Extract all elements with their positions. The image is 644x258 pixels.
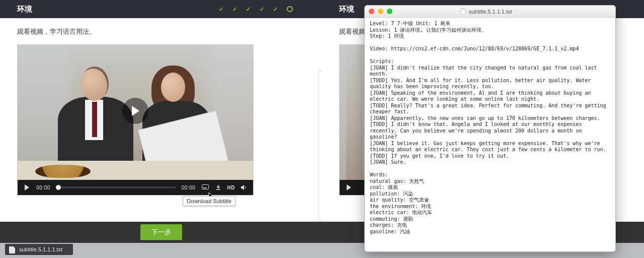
lesson-title: 环境 <box>339 5 354 14</box>
video-controls: 00:00 00:00 HD <box>18 180 253 195</box>
lesson-title: 环境 <box>17 5 32 14</box>
svg-rect-0 <box>202 185 208 189</box>
chevron-down-icon[interactable]: ﹀ <box>515 8 519 15</box>
window-controls <box>369 9 392 14</box>
play-button[interactable] <box>122 98 148 124</box>
editor-titlebar[interactable]: subtitle.5.1.1.1.txt ﹀ <box>365 6 615 18</box>
editor-content[interactable]: Level: 7 7-中级 Unit: 1 将来 Lesson: 1 谈论环境,… <box>365 18 615 251</box>
duration: 00:00 <box>181 185 196 190</box>
play-icon <box>346 184 351 190</box>
seek-bar[interactable] <box>56 186 176 188</box>
close-button[interactable] <box>369 9 374 14</box>
quality-button[interactable]: HD <box>227 185 235 190</box>
play-small-button[interactable] <box>345 183 353 191</box>
next-button[interactable]: 下一步 <box>140 224 182 240</box>
file-icon <box>9 246 15 253</box>
step-tick-icon: ✓ <box>246 6 251 13</box>
video-player[interactable]: 00:00 00:00 HD Do <box>17 44 254 196</box>
step-current-icon <box>287 6 293 12</box>
video-figure <box>133 61 219 177</box>
zoom-button[interactable] <box>387 9 392 14</box>
subtitle-button[interactable] <box>201 183 209 191</box>
volume-button[interactable] <box>240 183 248 191</box>
step-tick-icon: ✓ <box>232 6 237 13</box>
lesson-topbar: 环境 ✓ ✓ ✓ ✓ ✓ <box>0 0 322 18</box>
play-small-button[interactable] <box>23 183 31 191</box>
download-chip[interactable]: subtitle.5.1.1.1.txt <box>5 244 73 255</box>
step-tick-icon: ✓ <box>260 6 264 13</box>
step-tick-icon: ✓ <box>219 6 223 13</box>
speaker-icon <box>240 184 248 190</box>
download-subtitle-tooltip: Download Subtitle <box>183 196 235 206</box>
current-time: 00:00 <box>36 185 51 190</box>
step-progress: ✓ ✓ ✓ ✓ ✓ <box>219 0 293 18</box>
subtitle-icon <box>202 184 209 190</box>
editor-filename: subtitle.5.1.1.1.txt <box>468 9 512 15</box>
play-icon <box>130 105 140 116</box>
download-subtitle-button[interactable] <box>214 183 222 191</box>
text-editor-window[interactable]: subtitle.5.1.1.1.txt ﹀ Level: 7 7-中级 Uni… <box>364 5 616 252</box>
seek-knob[interactable] <box>56 185 61 190</box>
download-filename: subtitle.5.1.1.1.txt <box>19 246 62 252</box>
step-tick-icon: ✓ <box>273 6 278 13</box>
minimize-button[interactable] <box>378 9 383 14</box>
instruction-text: 观看视频，学习语言用法。 <box>339 27 364 36</box>
instruction-text: 观看视频，学习语言用法。 <box>17 27 305 36</box>
document-icon <box>461 9 466 15</box>
footer-bar: 下一步 <box>0 222 322 243</box>
svg-rect-1 <box>203 187 206 188</box>
download-icon <box>216 185 221 190</box>
play-icon <box>24 184 29 190</box>
